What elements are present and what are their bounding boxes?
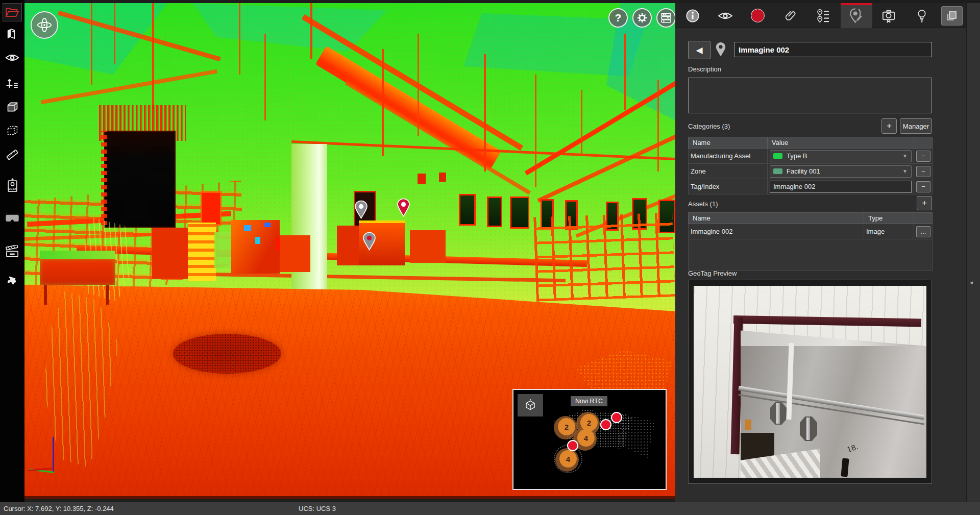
visibility-button[interactable] [4,49,21,66]
category-row: Tag/Index − [689,179,933,194]
category-name: Zone [689,164,768,179]
tab-visibility[interactable] [713,3,738,28]
scan-stations-button[interactable] [656,8,675,28]
geotag-pin-red[interactable] [397,198,410,217]
collapse-panel-arrow[interactable]: ◄ [969,280,974,285]
remove-category-button[interactable]: − [916,166,930,177]
tab-geotag-edit[interactable] [841,3,872,28]
cube-3d-icon [524,398,537,412]
col-header-name: Name [689,137,768,149]
gear-icon [636,12,648,24]
minimap-cluster[interactable]: 4 [559,450,577,468]
category-row: Zone Facility 001 ▼ − [689,164,933,179]
panel-tab-bar [675,0,980,28]
left-toolbar: LGSX [0,0,24,502]
right-panel: ◀ Description Categories (3) + Manager N… [675,0,980,502]
category-value-dropdown[interactable]: Facility 001 ▼ [770,165,912,178]
puzzle-icon [6,276,19,289]
col-header-type: Type [864,213,914,224]
tab-light[interactable] [910,3,934,28]
clip-box-icon [6,124,19,137]
panel-edge-strip: ◄ [966,3,980,502]
asset-more-button[interactable]: ... [916,226,930,237]
category-name: Tag/Index [689,179,768,194]
geotag-title-input[interactable] [734,42,932,57]
geotag-preview-photo[interactable]: 18. [694,286,926,478]
minimap[interactable]: 2 2 4 4 Novi RTC [512,389,667,490]
ucs-axis [24,432,91,488]
tag-index-input[interactable] [770,181,912,193]
category-name: Manufacturing Asset [689,149,768,164]
dropdown-value: Type B [787,152,807,160]
color-swatch [773,153,782,159]
asset-name: Immagine 002 [689,224,864,239]
lgsx-export-button[interactable]: LGSX [4,177,21,194]
back-button[interactable]: ◀ [688,41,710,59]
asset-row[interactable]: Immagine 002 Image ... [689,224,933,239]
description-label: Description [688,65,721,73]
geotag-pin-gray[interactable] [354,200,368,219]
animation-button[interactable] [4,243,21,260]
minimap-cluster[interactable]: 4 [577,429,595,447]
tab-record[interactable] [745,3,770,28]
application-window: LGSX [0,0,980,515]
tab-info[interactable] [680,3,705,28]
cursor-coordinates: Cursor: X: 7.692, Y: 10.355, Z: -0.244 [4,505,114,512]
settings-button[interactable] [632,8,652,28]
measure-button[interactable] [4,146,21,163]
remove-category-button[interactable]: − [916,181,930,192]
col-header-value: Value [768,137,914,149]
add-asset-button[interactable]: + [917,196,932,210]
eye-icon [718,10,733,21]
category-row: Manufacturing Asset Type B ▼ − [689,149,933,164]
ruler-icon [5,148,19,162]
tab-camera-bookmark[interactable] [876,3,901,28]
minimap-scan-point[interactable] [611,412,622,423]
dropdown-value: Facility 001 [787,167,820,175]
plugins-button[interactable] [4,274,21,291]
window-top-strip [0,0,980,3]
status-bar: Cursor: X: 7.692, Y: 10.355, Z: -0.244 U… [0,502,980,515]
help-button[interactable]: ? [608,8,628,28]
col-header-name: Name [689,213,864,224]
lgsx-export-icon: LGSX [6,178,19,193]
tab-geotag-list[interactable] [811,3,836,28]
ucs-indicator: UCS: UCS 3 [299,505,336,512]
toggle-panels-button[interactable] [941,6,963,26]
minimap-scan-point[interactable] [600,419,611,430]
machinery [24,197,675,340]
chevron-down-icon: ▼ [902,168,908,174]
assets-table: Name Type Immagine 002 Image ... [688,212,933,271]
map-views-button[interactable] [4,26,21,43]
minimap-title: Novi RTC [571,396,607,406]
add-category-button[interactable]: + [881,118,897,134]
description-input[interactable] [688,78,932,113]
cube-view-button[interactable] [4,98,21,115]
orbit-navigation-button[interactable] [31,11,58,39]
minimap-3d-button[interactable] [518,394,543,416]
preview-header: GeoTag Preview [688,269,737,277]
vr-headset-icon [5,212,20,224]
lightbulb-icon [915,9,928,23]
info-icon [685,9,700,23]
open-folder-icon [5,6,19,18]
category-value-dropdown[interactable]: Type B ▼ [770,150,912,162]
geotag-pin-selected[interactable] [362,232,376,251]
open-project-button[interactable] [3,3,22,21]
clip-box-button[interactable] [4,121,21,139]
category-manager-button[interactable]: Manager [900,118,932,134]
map-views-icon [6,28,19,41]
minimap-scan-point[interactable] [567,440,578,451]
panels-icon [946,10,958,22]
help-icon: ? [615,12,622,24]
point-cloud-viewport[interactable]: ? 2 2 4 4 [24,3,675,499]
minimap-cluster[interactable]: 2 [558,418,575,435]
vr-view-button[interactable] [4,209,21,227]
minimap-cluster[interactable]: 2 [580,414,598,431]
move-axis-button[interactable] [4,75,21,92]
pin-list-icon [816,9,830,23]
svg-text:LGSX: LGSX [8,187,16,190]
orbit-icon [34,15,55,35]
remove-category-button[interactable]: − [916,151,930,162]
tab-attachments[interactable] [778,3,803,28]
